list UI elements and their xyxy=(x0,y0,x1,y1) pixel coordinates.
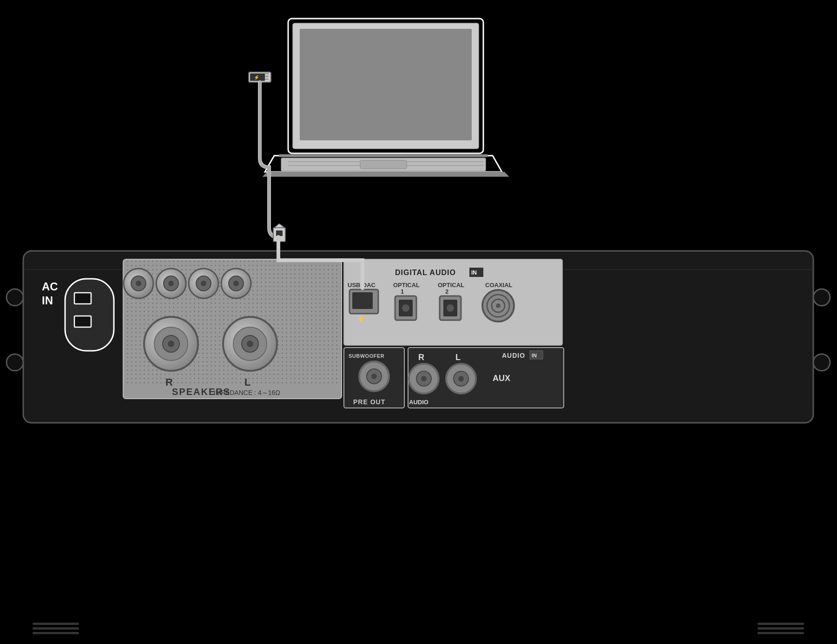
svg-rect-0 xyxy=(0,0,837,644)
impedance-label: IMPEDANCE : 4～16Ω xyxy=(214,389,280,396)
coaxial-label: COAXIAL xyxy=(485,282,513,289)
svg-point-70 xyxy=(447,304,454,312)
svg-point-38 xyxy=(164,276,178,291)
amp-panel: AC IN + - + - xyxy=(7,251,830,423)
svg-text:R: R xyxy=(165,376,173,388)
digital-audio-title: DIGITAL AUDIO xyxy=(395,269,456,276)
svg-point-49 xyxy=(154,327,188,361)
svg-point-84 xyxy=(446,364,476,394)
ac-in-label2: IN xyxy=(42,294,53,307)
svg-point-56 xyxy=(247,341,253,347)
svg-rect-15 xyxy=(273,228,285,242)
svg-marker-16 xyxy=(274,224,284,228)
svg-rect-65 xyxy=(399,300,413,316)
svg-text:-: - xyxy=(231,268,233,276)
ac-in-label: AC xyxy=(42,280,58,293)
svg-rect-4 xyxy=(281,158,486,171)
bottom-vents-left xyxy=(33,623,79,634)
svg-point-51 xyxy=(168,341,174,347)
svg-point-45 xyxy=(221,269,251,298)
svg-text:-: - xyxy=(165,268,168,276)
audio-section-label: AUDIO xyxy=(409,399,428,406)
svg-point-82 xyxy=(416,371,431,386)
svg-text:1: 1 xyxy=(401,288,404,295)
aux-label: AUX xyxy=(493,374,510,383)
svg-point-74 xyxy=(496,303,501,308)
svg-rect-9 xyxy=(249,72,271,82)
svg-rect-69 xyxy=(443,300,457,316)
svg-rect-20 xyxy=(23,251,813,423)
svg-rect-87 xyxy=(33,623,79,625)
svg-text:L: L xyxy=(244,376,250,388)
svg-point-34 xyxy=(131,276,146,291)
svg-text:⚡: ⚡ xyxy=(357,315,366,323)
svg-rect-79 xyxy=(408,348,564,408)
svg-point-46 xyxy=(229,276,244,291)
svg-rect-26 xyxy=(65,279,114,351)
r-channel-label: R xyxy=(418,353,424,362)
svg-point-33 xyxy=(124,269,153,298)
svg-rect-80 xyxy=(530,351,543,359)
svg-point-86 xyxy=(458,376,464,381)
digital-audio-in-badge: IN xyxy=(471,269,477,276)
svg-rect-90 xyxy=(758,623,804,625)
svg-rect-13 xyxy=(265,76,269,77)
svg-point-24 xyxy=(813,289,830,306)
svg-rect-8 xyxy=(279,154,488,157)
svg-point-55 xyxy=(242,335,258,352)
svg-text:+: + xyxy=(198,268,202,276)
svg-rect-68 xyxy=(440,296,461,320)
svg-rect-89 xyxy=(33,632,79,634)
svg-text:+: + xyxy=(133,268,137,276)
svg-rect-1 xyxy=(288,19,483,153)
svg-point-83 xyxy=(421,376,427,381)
svg-rect-75 xyxy=(344,348,404,408)
svg-point-50 xyxy=(163,335,179,352)
svg-rect-18 xyxy=(276,230,283,236)
svg-rect-7 xyxy=(360,160,407,169)
svg-point-43 xyxy=(201,281,206,286)
svg-text:2: 2 xyxy=(445,288,448,295)
optical-2-label: OPTICAL xyxy=(438,282,464,289)
svg-point-25 xyxy=(813,354,830,371)
svg-point-66 xyxy=(402,304,409,312)
subwoofer-label: SUBWOOFER xyxy=(349,353,384,359)
svg-rect-58 xyxy=(344,259,562,345)
optical-1-label: OPTICAL xyxy=(393,282,420,289)
svg-rect-64 xyxy=(395,296,416,320)
pre-out-label: PRE OUT xyxy=(353,398,385,406)
svg-text:⚡: ⚡ xyxy=(254,74,260,80)
svg-rect-31 xyxy=(124,260,341,383)
svg-point-35 xyxy=(136,281,141,286)
svg-point-76 xyxy=(359,361,389,391)
svg-rect-92 xyxy=(758,632,804,634)
svg-rect-59 xyxy=(469,268,483,277)
svg-point-37 xyxy=(156,269,186,298)
l-channel-label: L xyxy=(455,353,461,362)
svg-rect-88 xyxy=(33,627,79,630)
usb-cable: ⚡ ⚡ ⚡ xyxy=(249,72,342,289)
svg-point-72 xyxy=(487,295,509,317)
bottom-vents-right xyxy=(758,623,804,634)
laptop-illustration xyxy=(263,19,509,177)
audio-in-label: AUDIO xyxy=(502,352,525,359)
svg-rect-12 xyxy=(265,73,269,74)
svg-rect-60 xyxy=(349,289,378,314)
svg-point-54 xyxy=(233,327,267,361)
svg-rect-61 xyxy=(352,292,373,309)
svg-point-48 xyxy=(144,317,198,371)
svg-point-78 xyxy=(371,374,377,379)
svg-rect-29 xyxy=(123,259,342,399)
svg-point-73 xyxy=(492,299,505,312)
svg-point-81 xyxy=(409,364,439,394)
svg-point-53 xyxy=(223,317,277,371)
svg-point-71 xyxy=(482,290,514,322)
svg-point-42 xyxy=(196,276,211,291)
svg-rect-10 xyxy=(250,73,265,81)
svg-rect-14 xyxy=(265,79,269,80)
svg-rect-91 xyxy=(758,627,804,630)
usb-dac-label: USB-DAC xyxy=(348,282,376,289)
svg-text:⚡: ⚡ xyxy=(275,232,280,237)
svg-point-22 xyxy=(7,289,23,306)
svg-text:⚡: ⚡ xyxy=(331,279,342,289)
